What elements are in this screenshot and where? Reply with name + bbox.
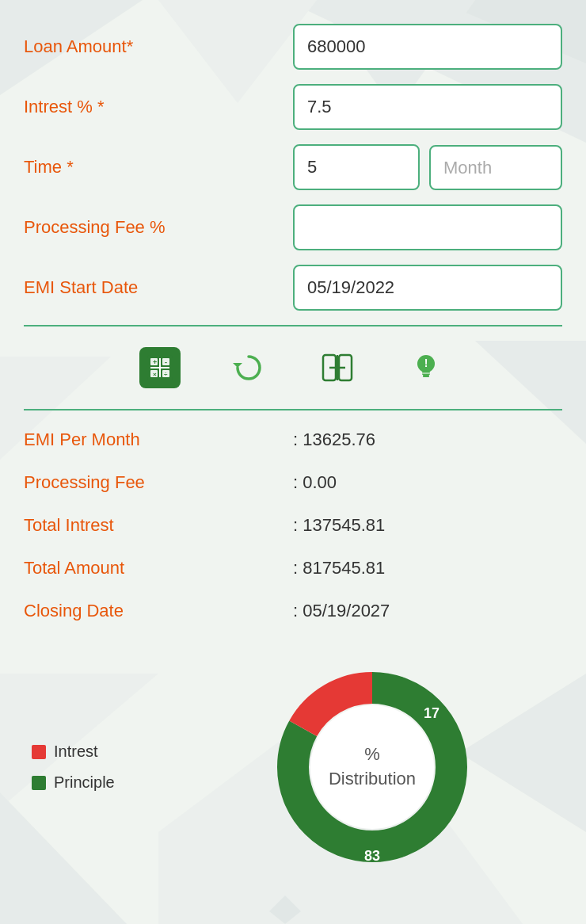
time-row: Time * Month Year — [24, 144, 562, 190]
svg-text:-: - — [165, 358, 167, 366]
donut-chart: 17 83 % Distribution — [261, 656, 483, 878]
loan-amount-input[interactable] — [293, 24, 562, 70]
emi-result-label: EMI Per Month — [24, 430, 293, 450]
time-label: Time * — [24, 157, 293, 178]
total-interest-result-value: : 137545.81 — [293, 515, 385, 536]
processing-fee-result-label: Processing Fee — [24, 472, 293, 493]
loan-amount-label: Loan Amount* — [24, 36, 293, 57]
interest-label: Intrest % * — [24, 97, 293, 117]
calculator-button[interactable]: + - × ÷ — [139, 347, 181, 388]
processing-fee-result-value: : 0.00 — [293, 472, 337, 493]
closing-date-result-label: Closing Date — [24, 601, 293, 621]
bottom-divider — [24, 409, 562, 410]
total-amount-result-value: : 817545.81 — [293, 558, 385, 578]
svg-text:+: + — [153, 358, 157, 366]
total-interest-result-row: Total Intrest : 137545.81 — [24, 504, 562, 547]
interest-row: Intrest % * — [24, 84, 562, 130]
time-unit-select[interactable]: Month Year — [429, 145, 562, 190]
emi-start-date-input[interactable] — [293, 265, 562, 311]
donut-center-label: % Distribution — [329, 743, 416, 792]
processing-fee-input[interactable] — [293, 204, 562, 250]
chart-section: Intrest Principle 17 — [24, 656, 562, 878]
legend-interest: Intrest — [32, 743, 190, 761]
tip-button[interactable]: ! — [405, 347, 447, 388]
svg-text:×: × — [153, 371, 157, 378]
legend-principle: Principle — [32, 773, 190, 792]
chart-legend: Intrest Principle — [32, 743, 190, 792]
loan-amount-row: Loan Amount* — [24, 24, 562, 70]
processing-fee-label: Processing Fee % — [24, 217, 293, 238]
interest-legend-label: Intrest — [54, 743, 98, 761]
svg-text:83: 83 — [364, 848, 380, 864]
time-input[interactable] — [293, 144, 420, 190]
svg-rect-31 — [423, 375, 429, 377]
closing-date-result-row: Closing Date : 05/19/2027 — [24, 590, 562, 632]
processing-fee-row: Processing Fee % — [24, 204, 562, 250]
principle-legend-label: Principle — [54, 773, 115, 792]
interest-input[interactable] — [293, 84, 562, 130]
emi-result-row: EMI Per Month : 13625.76 — [24, 418, 562, 461]
refresh-button[interactable] — [228, 347, 269, 388]
total-interest-result-label: Total Intrest — [24, 515, 293, 536]
donut-chart-container: 17 83 % Distribution — [190, 656, 554, 878]
interest-legend-dot — [32, 745, 46, 759]
emi-start-date-row: EMI Start Date — [24, 265, 562, 311]
total-amount-result-label: Total Amount — [24, 558, 293, 578]
processing-fee-result-row: Processing Fee : 0.00 — [24, 461, 562, 504]
total-amount-result-row: Total Amount : 817545.81 — [24, 547, 562, 590]
principle-legend-dot — [32, 776, 46, 790]
emi-start-date-label: EMI Start Date — [24, 277, 293, 298]
svg-text:÷: ÷ — [164, 371, 168, 378]
results-section: EMI Per Month : 13625.76 Processing Fee … — [24, 418, 562, 632]
top-divider — [24, 325, 562, 326]
svg-text:!: ! — [424, 357, 428, 369]
closing-date-result-value: : 05/19/2027 — [293, 601, 390, 621]
compare-button[interactable] — [317, 347, 358, 388]
svg-marker-24 — [233, 363, 242, 368]
emi-result-value: : 13625.76 — [293, 430, 375, 450]
action-icons-row: + - × ÷ — [24, 334, 562, 401]
svg-text:17: 17 — [424, 705, 440, 721]
